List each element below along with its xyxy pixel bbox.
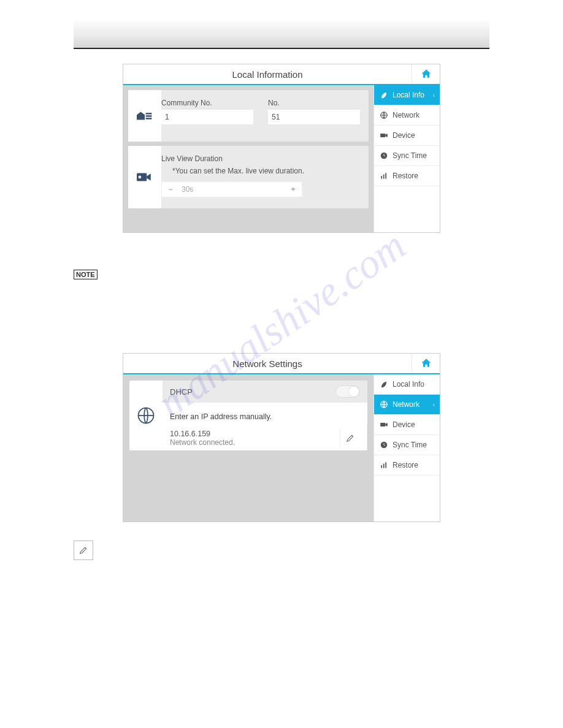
community-no-label: Community No. [161, 99, 253, 107]
edit-ip-button[interactable] [340, 428, 359, 448]
house-list-icon [128, 90, 161, 142]
network-card: DHCP Enter an IP address manually. 10.16… [129, 381, 367, 450]
sidebar: Local InfoNetwork‹DeviceSync TimeRestore [373, 374, 440, 521]
bars-icon [379, 460, 389, 470]
camera-icon [379, 131, 389, 140]
duration-stepper: − 30s + [161, 181, 302, 197]
svg-rect-17 [385, 462, 386, 468]
dhcp-toggle[interactable] [335, 385, 360, 398]
svg-rect-1 [146, 115, 152, 116]
sidebar-item-label: Local Info [393, 91, 424, 99]
svg-rect-8 [381, 176, 382, 179]
leaf-icon [379, 379, 389, 389]
sidebar-item-label: Restore [393, 172, 418, 180]
no-label: No. [268, 99, 360, 107]
chevron-left-icon: ‹ [433, 401, 435, 408]
svg-rect-0 [146, 113, 152, 114]
sidebar: Local Info‹NetworkDeviceSync TimeRestore [373, 85, 440, 232]
svg-rect-16 [383, 464, 385, 468]
sidebar-item-sync-time[interactable]: Sync Time [374, 146, 440, 166]
manual-ip-text: Enter an IP address manually. [163, 403, 367, 425]
sidebar-item-local-info[interactable]: Local Info [374, 374, 440, 395]
sidebar-item-label: Network [393, 400, 419, 409]
svg-rect-9 [383, 175, 385, 179]
svg-rect-10 [385, 173, 386, 178]
panel-title: Network Settings [123, 358, 412, 369]
sidebar-item-local-info[interactable]: Local Info‹ [374, 85, 440, 105]
sidebar-item-network[interactable]: Network‹ [374, 395, 440, 415]
bars-icon [379, 171, 389, 181]
sidebar-item-label: Network [393, 111, 419, 119]
live-view-card: Live View Duration *You can set the Max.… [128, 145, 369, 208]
home-icon[interactable] [412, 354, 440, 373]
sidebar-item-network[interactable]: Network [374, 105, 440, 126]
stepper-plus-button[interactable]: + [285, 185, 302, 194]
live-view-duration-label: Live View Duration [161, 154, 360, 163]
sidebar-item-sync-time[interactable]: Sync Time [374, 435, 440, 455]
svg-rect-2 [146, 118, 152, 119]
sidebar-item-label: Sync Time [393, 151, 427, 160]
clock-icon [379, 151, 389, 161]
clock-icon [379, 440, 389, 450]
sidebar-item-label: Device [393, 131, 415, 140]
sidebar-item-label: Sync Time [393, 441, 427, 449]
community-no-input[interactable] [161, 110, 253, 124]
svg-rect-6 [380, 134, 385, 137]
community-card: Community No. No. [128, 90, 369, 142]
sidebar-item-label: Device [393, 420, 415, 429]
camera-eye-icon [128, 146, 161, 208]
leaf-icon [379, 90, 389, 100]
sidebar-item-restore[interactable]: Restore [374, 166, 440, 186]
svg-rect-13 [380, 423, 385, 427]
sidebar-item-restore[interactable]: Restore [374, 455, 440, 476]
stepper-minus-button[interactable]: − [162, 185, 179, 194]
dhcp-row: DHCP [163, 381, 367, 403]
page-header-bar [74, 18, 489, 49]
no-input[interactable] [268, 110, 360, 124]
note-label: NOTE [74, 270, 98, 279]
svg-rect-15 [381, 465, 382, 468]
home-icon[interactable] [412, 64, 440, 84]
panel-title: Local Information [123, 69, 412, 80]
panel-header: Local Information [123, 64, 440, 85]
stepper-value: 30s [179, 185, 285, 194]
globe-icon [379, 110, 389, 120]
svg-point-4 [138, 176, 141, 179]
sidebar-item-device[interactable]: Device [374, 415, 440, 435]
network-settings-panel: Network Settings DHCP [123, 353, 440, 522]
globe-icon [379, 400, 389, 409]
note-badge: NOTE [74, 270, 98, 279]
live-view-note: *You can set the Max. live view duration… [161, 163, 360, 181]
camera-icon [379, 420, 389, 430]
globe-icon [129, 381, 163, 450]
local-information-panel: Local Information Community No. [123, 64, 440, 233]
ip-address: 10.16.6.159 [170, 430, 340, 438]
sidebar-item-label: Local Info [393, 380, 424, 389]
sidebar-item-device[interactable]: Device [374, 126, 440, 146]
pencil-icon [74, 540, 93, 560]
network-status: Network connected. [170, 438, 340, 447]
dhcp-label: DHCP [170, 387, 193, 396]
chevron-left-icon: ‹ [433, 92, 435, 99]
panel-header: Network Settings [123, 354, 440, 374]
sidebar-item-label: Restore [393, 461, 418, 469]
